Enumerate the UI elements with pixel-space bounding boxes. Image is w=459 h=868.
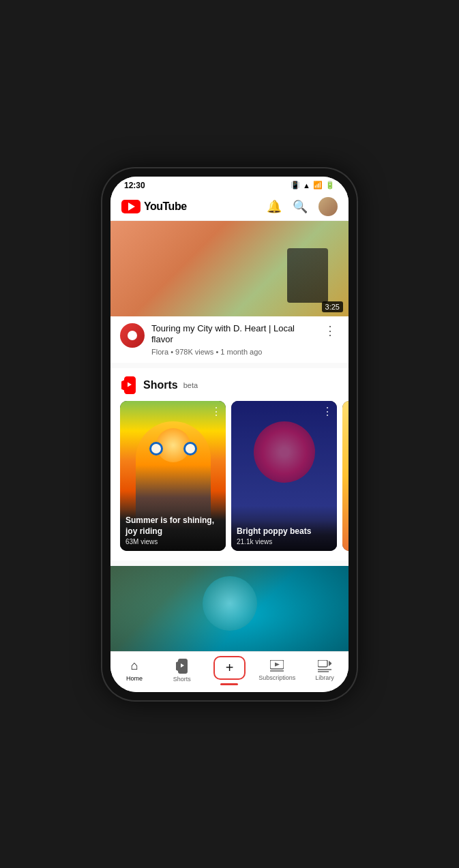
svg-marker-4: [329, 661, 331, 666]
shorts-scroll-container[interactable]: ⋮ Summer is for shining, joy riding 63M …: [110, 401, 349, 560]
library-icon: [318, 660, 331, 672]
wifi-icon: ▲: [303, 181, 310, 190]
nav-create[interactable]: +: [206, 656, 254, 685]
video-details: Touring my City with D. Heart | Local fl…: [151, 323, 314, 357]
svg-rect-3: [318, 660, 327, 667]
shorts-beta-label: beta: [183, 381, 198, 389]
home-icon: ⌂: [130, 659, 138, 673]
pool-section[interactable]: [110, 566, 349, 651]
create-underline: [220, 683, 238, 685]
nav-library[interactable]: Library: [301, 660, 349, 681]
signal-icon: 📶: [313, 181, 323, 190]
content-area[interactable]: 3:25 Touring my City with D. Heart | Loc…: [110, 221, 349, 652]
short-card-1-more[interactable]: ⋮: [211, 405, 222, 418]
view-count: • 978K views: [171, 348, 213, 356]
vibrate-icon: 📳: [291, 181, 300, 190]
app-header: YouTube 🔔 🔍: [110, 193, 349, 221]
youtube-logo-text: YouTube: [144, 200, 187, 213]
video-more-button[interactable]: ⋮: [321, 323, 339, 338]
channel-avatar: [120, 323, 145, 348]
phone-screen: 12:30 📳 ▲ 📶 🔋 YouTube 🔔 🔍: [110, 177, 349, 692]
create-button-wrapper[interactable]: +: [213, 656, 246, 680]
home-label: Home: [126, 675, 143, 682]
status-time: 12:30: [124, 181, 145, 190]
user-avatar[interactable]: [319, 197, 338, 216]
library-label: Library: [315, 674, 334, 681]
shorts-section-title: Shorts: [143, 379, 178, 391]
short-card-2-more[interactable]: ⋮: [322, 405, 333, 418]
bottom-nav: ⌂ Home Shorts +: [110, 651, 349, 692]
youtube-icon: [121, 200, 140, 213]
video-meta: Flora • 978K views • 1 month ago: [151, 348, 314, 356]
battery-icon: 🔋: [325, 181, 335, 190]
short-card-1-views: 63M views: [125, 538, 220, 545]
short-card-1-overlay: Summer is for shining, joy riding 63M vi…: [120, 510, 226, 551]
search-icon[interactable]: 🔍: [293, 199, 308, 214]
phone-frame: 12:30 📳 ▲ 📶 🔋 YouTube 🔔 🔍: [102, 168, 357, 700]
nav-subscriptions[interactable]: Subscriptions: [253, 660, 301, 681]
subscriptions-label: Subscriptions: [258, 674, 295, 681]
subscriptions-icon: [270, 660, 284, 672]
shorts-section: Shorts beta ⋮: [110, 368, 349, 560]
shorts-header: Shorts beta: [110, 368, 349, 401]
short-card-2-views: 21.1k views: [237, 538, 331, 545]
status-bar: 12:30 📳 ▲ 📶 🔋: [110, 177, 349, 193]
short-card-2[interactable]: ⋮ Bright poppy beats 21.1k views: [231, 401, 337, 551]
short-card-1-caption: Summer is for shining, joy riding: [125, 515, 220, 537]
short-card-2-caption: Bright poppy beats: [237, 526, 331, 537]
nav-shorts[interactable]: Shorts: [158, 659, 206, 683]
shorts-nav-icon: [175, 659, 189, 674]
video-title: Touring my City with D. Heart | Local fl…: [151, 323, 314, 346]
header-actions: 🔔 🔍: [267, 197, 338, 216]
channel-name: Flora: [151, 348, 168, 356]
nav-home[interactable]: ⌂ Home: [110, 659, 158, 682]
shorts-nav-label: Shorts: [173, 676, 191, 683]
short-card-3[interactable]: [342, 401, 349, 551]
create-plus-icon: +: [226, 660, 234, 676]
notification-icon[interactable]: 🔔: [267, 199, 282, 214]
short-card-2-overlay: Bright poppy beats 21.1k views: [231, 521, 337, 552]
shorts-logo-icon: [120, 376, 138, 394]
video-duration: 3:25: [322, 301, 343, 312]
short-card-1[interactable]: ⋮ Summer is for shining, joy riding 63M …: [120, 401, 226, 551]
status-icons: 📳 ▲ 📶 🔋: [291, 181, 335, 190]
youtube-logo: YouTube: [121, 200, 187, 213]
video-info-row: Touring my City with D. Heart | Local fl…: [110, 316, 349, 363]
svg-marker-2: [275, 662, 280, 666]
time-ago: • 1 month ago: [216, 348, 262, 356]
video-thumbnail[interactable]: 3:25: [110, 221, 349, 316]
